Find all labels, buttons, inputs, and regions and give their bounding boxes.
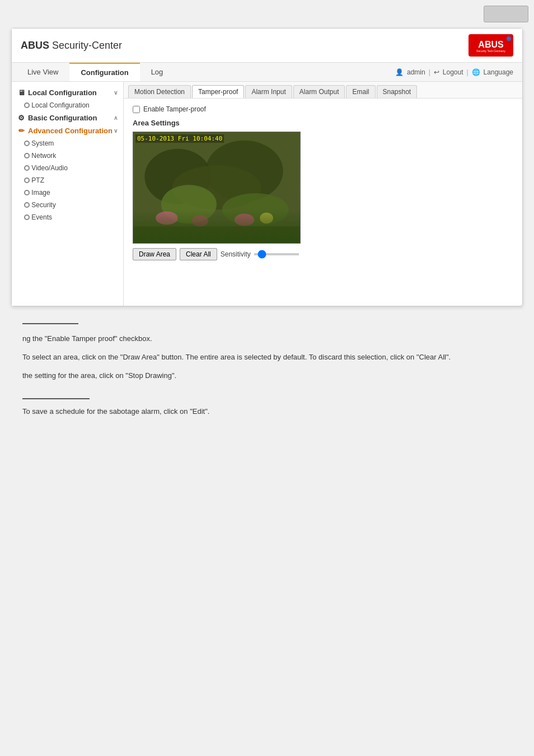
tab-live-view[interactable]: Live View — [16, 63, 69, 81]
svg-point-12 — [235, 214, 255, 226]
radio-icon-ptz — [24, 178, 30, 183]
enable-tamper-row: Enable Tamper-proof — [133, 105, 513, 113]
tab-email[interactable]: Email — [346, 85, 375, 98]
radio-icon-security — [24, 202, 30, 208]
tab-log[interactable]: Log — [140, 63, 175, 81]
chevron-basic-config: ∧ — [114, 115, 118, 121]
svg-point-14 — [260, 213, 273, 224]
documentation-section: ng the "Enable Tamper proof" checkbox. T… — [11, 323, 523, 381]
garden-scene: 05-10-2013 Fri 10:04:40 — [133, 132, 300, 243]
svg-point-11 — [191, 216, 208, 227]
chevron-advanced-config: ∨ — [114, 128, 118, 134]
content-area: 🖥 Local Configuration ∨ Local Configurat… — [12, 82, 522, 306]
sidebar-label-local-config: Local Configuration — [28, 88, 97, 97]
sidebar-label-advanced-config: Advanced Configuration — [28, 127, 113, 135]
sidebar-item-ptz[interactable]: PTZ — [12, 174, 123, 186]
sidebar-item-basic-configuration[interactable]: ⚙ Basic Configuration ∧ — [12, 111, 123, 124]
radio-icon-video — [24, 165, 30, 171]
sidebar-label-local-config-sub: Local Configuration — [31, 101, 89, 109]
radio-icon-events — [24, 214, 30, 220]
sidebar-item-image[interactable]: Image — [12, 186, 123, 199]
panel-content: Enable Tamper-proof Area Settings — [124, 99, 522, 267]
app-title-bold: ABUS — [21, 40, 49, 51]
logout-link[interactable]: Logout — [443, 68, 463, 76]
sidebar-label-ptz: PTZ — [31, 176, 44, 184]
sidebar-item-local-configuration[interactable]: 🖥 Local Configuration ∨ — [12, 86, 123, 99]
radio-icon-network — [24, 153, 30, 158]
area-settings-title: Area Settings — [133, 119, 513, 127]
clear-all-button[interactable]: Clear All — [180, 248, 217, 260]
user-icon: 👤 — [395, 68, 404, 76]
radio-icon-local — [24, 102, 30, 108]
sidebar-label-video-audio: Video/Audio — [31, 164, 68, 172]
sidebar-item-advanced-configuration[interactable]: ✏ Advanced Configuration ∨ — [12, 124, 123, 137]
doc-para-1: ng the "Enable Tamper proof" checkbox. — [22, 333, 512, 345]
sidebar-item-network[interactable]: Network — [12, 150, 123, 162]
svg-rect-15 — [134, 132, 300, 243]
app-container: ABUS Security-Center ABUS Security Tech … — [11, 28, 523, 306]
admin-label: admin — [407, 68, 425, 76]
sidebar-label-image: Image — [31, 189, 50, 197]
svg-point-3 — [507, 36, 511, 41]
app-header: ABUS Security-Center ABUS Security Tech … — [12, 29, 522, 63]
documentation-section-2: To save a schedule for the sabotage alar… — [11, 398, 523, 418]
tab-alarm-input[interactable]: Alarm Input — [245, 85, 292, 98]
tab-snapshot[interactable]: Snapshot — [377, 85, 418, 98]
enable-tamper-label[interactable]: Enable Tamper-proof — [143, 105, 206, 113]
sidebar-item-system[interactable]: System — [12, 137, 123, 150]
doc-para-2: To select an area, click on the "Draw Ar… — [22, 352, 512, 363]
tab-configuration[interactable]: Configuration — [69, 63, 139, 81]
enable-tamper-checkbox[interactable] — [133, 106, 140, 113]
logout-icon: ↩ — [434, 68, 439, 76]
circle-icon-basic: ⚙ — [17, 114, 25, 122]
app-title-normal: Security-Center — [49, 40, 122, 51]
language-icon: 🌐 — [472, 68, 480, 76]
pencil-icon: ✏ — [17, 127, 25, 135]
monitor-icon: 🖥 — [17, 89, 25, 97]
doc-para-4: To save a schedule for the sabotage alar… — [22, 406, 512, 418]
nav-divider2: | — [466, 68, 468, 76]
draw-area-button[interactable]: Draw Area — [133, 248, 176, 260]
sidebar-item-video-audio[interactable]: Video/Audio — [12, 162, 123, 174]
sidebar-label-security: Security — [31, 201, 55, 209]
sensitivity-label: Sensitivity — [221, 250, 251, 258]
language-link[interactable]: Language — [484, 68, 513, 76]
sub-tabs: Motion Detection Tamper-proof Alarm Inpu… — [124, 82, 522, 99]
nav-bar: Live View Configuration Log 👤 admin | ↩ … — [12, 63, 522, 82]
sidebar-label-system: System — [31, 139, 54, 147]
sensitivity-slider[interactable] — [254, 253, 299, 255]
camera-view: 05-10-2013 Fri 10:04:40 — [133, 132, 301, 244]
tab-tamper-proof[interactable]: Tamper-proof — [192, 85, 244, 98]
svg-rect-13 — [134, 226, 300, 243]
abus-logo: ABUS Security Tech Germany — [469, 34, 513, 57]
app-title: ABUS Security-Center — [21, 40, 122, 52]
doc-divider-2 — [22, 398, 90, 399]
sidebar-item-local-config-sub[interactable]: Local Configuration — [12, 99, 123, 111]
svg-text:Security Tech Germany: Security Tech Germany — [476, 49, 505, 53]
sidebar-item-events[interactable]: Events — [12, 211, 123, 223]
sidebar: 🖥 Local Configuration ∨ Local Configurat… — [12, 82, 124, 306]
camera-timestamp: 05-10-2013 Fri 10:04:40 — [135, 134, 224, 143]
nav-right: 👤 admin | ↩ Logout | 🌐 Language — [395, 68, 518, 76]
main-panel: Motion Detection Tamper-proof Alarm Inpu… — [124, 82, 522, 306]
sidebar-label-basic-config: Basic Configuration — [28, 114, 97, 122]
camera-controls: Draw Area Clear All Sensitivity — [133, 248, 513, 260]
doc-divider-1 — [22, 323, 78, 324]
doc-para-3: the setting for the area, click on "Stop… — [22, 370, 512, 382]
tab-motion-detection[interactable]: Motion Detection — [128, 85, 191, 98]
sidebar-label-network: Network — [31, 152, 56, 160]
top-right-button[interactable] — [484, 6, 528, 22]
svg-point-10 — [156, 212, 178, 225]
garden-svg — [133, 132, 300, 243]
chevron-local-config: ∨ — [114, 90, 118, 96]
sidebar-item-security[interactable]: Security — [12, 199, 123, 211]
tab-alarm-output[interactable]: Alarm Output — [293, 85, 345, 98]
nav-divider1: | — [429, 68, 430, 76]
radio-icon-system — [24, 141, 30, 146]
radio-icon-image — [24, 190, 30, 195]
sidebar-label-events: Events — [31, 213, 52, 221]
svg-text:ABUS: ABUS — [478, 40, 504, 49]
